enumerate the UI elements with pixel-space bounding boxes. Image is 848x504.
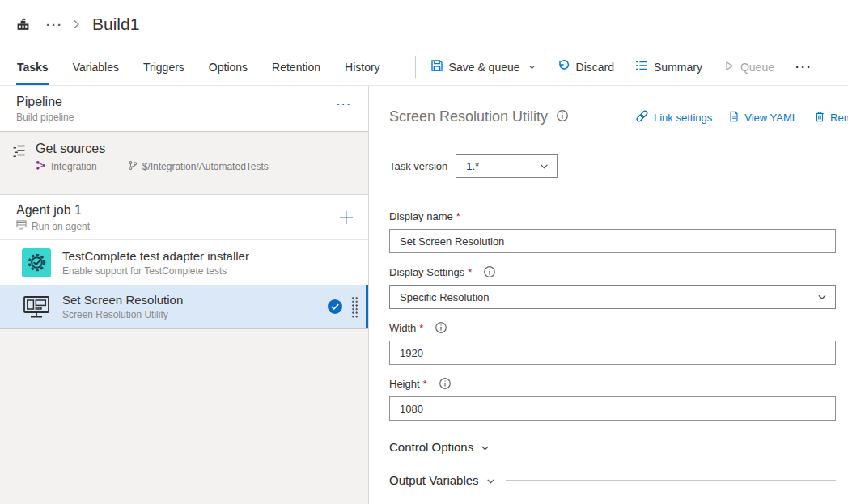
title-info-icon[interactable] xyxy=(556,109,569,125)
output-variables-label: Output Variables xyxy=(389,473,479,487)
required-marker: * xyxy=(456,210,460,222)
output-variables-section[interactable]: Output Variables xyxy=(389,473,836,487)
branch-icon xyxy=(128,160,138,173)
display-settings-info-icon[interactable] xyxy=(483,265,496,278)
task-title: TestComplete test adapter installer xyxy=(62,249,249,263)
monitor-icon xyxy=(22,292,51,321)
width-label: Width xyxy=(389,322,416,334)
repo-name: Integration xyxy=(51,161,97,172)
tab-history[interactable]: History xyxy=(344,49,381,85)
tab-options[interactable]: Options xyxy=(208,49,248,85)
agent-job-header[interactable]: Agent job 1 Run on agent xyxy=(0,195,368,240)
height-label: Height xyxy=(389,378,420,390)
task-version-value: 1.* xyxy=(466,160,479,172)
discard-label: Discard xyxy=(576,61,614,74)
breadcrumb-ellipsis-button[interactable]: ··· xyxy=(46,19,63,31)
queue-button[interactable]: Queue xyxy=(723,60,774,74)
display-settings-value: Specific Resolution xyxy=(400,291,490,303)
task-settings-panel: Screen Resolution Utility xyxy=(369,86,848,504)
save-dropdown-chevron-icon xyxy=(528,62,536,71)
play-icon xyxy=(723,60,735,74)
view-yaml-button[interactable]: View YAML xyxy=(728,109,798,125)
control-options-label: Control Options xyxy=(389,440,473,454)
testcomplete-gear-icon xyxy=(22,248,51,277)
width-input[interactable] xyxy=(389,341,836,365)
discard-button[interactable]: Discard xyxy=(558,59,614,74)
drag-handle-icon[interactable] xyxy=(351,296,358,318)
toolbar-divider xyxy=(415,56,416,78)
project-icon xyxy=(16,18,30,32)
task-subtitle: Screen Resolution Utility xyxy=(62,309,183,320)
pipeline-more-button[interactable]: ··· xyxy=(337,98,352,110)
height-field-group: Height * xyxy=(389,377,848,421)
agent-job-title: Agent job 1 xyxy=(16,203,90,218)
pipeline-subtitle: Build pipeline xyxy=(16,112,74,123)
task-row-testcomplete[interactable]: TestComplete test adapter installer Enab… xyxy=(0,240,368,285)
link-settings-button[interactable]: Link settings xyxy=(635,109,712,125)
trash-icon xyxy=(814,110,825,125)
toolbar-more-button[interactable]: ··· xyxy=(795,60,812,74)
tab-variables[interactable]: Variables xyxy=(72,49,120,85)
toolbar: Save & queue Discard xyxy=(430,49,812,85)
section-divider xyxy=(506,480,836,481)
task-title: Set Screen Resolution xyxy=(62,293,183,307)
required-marker: * xyxy=(423,378,427,390)
task-version-select[interactable]: 1.* xyxy=(456,154,558,178)
width-info-icon[interactable] xyxy=(435,321,447,334)
chevron-down-icon xyxy=(816,291,828,303)
tfvc-repo-icon xyxy=(36,160,46,173)
get-sources-title: Get sources xyxy=(36,142,269,156)
pipeline-title: Pipeline xyxy=(16,95,74,109)
link-settings-label: Link settings xyxy=(654,112,712,124)
save-icon xyxy=(430,59,443,74)
agent-job-card: Agent job 1 Run on agent xyxy=(0,194,368,329)
task-version-label: Task version xyxy=(389,160,447,172)
control-options-section[interactable]: Control Options xyxy=(389,440,836,454)
task-selected-check-icon xyxy=(328,299,342,314)
breadcrumb-chevron-icon xyxy=(71,19,81,30)
agent-job-subtitle: Run on agent xyxy=(32,221,90,232)
display-name-input[interactable] xyxy=(389,229,836,253)
task-settings-header: Screen Resolution Utility xyxy=(389,108,848,129)
task-row-set-screen-resolution[interactable]: Set Screen Resolution Screen Resolution … xyxy=(0,285,368,329)
task-settings-title: Screen Resolution Utility xyxy=(389,108,548,125)
required-marker: * xyxy=(468,266,472,278)
display-name-field-group: Display name * xyxy=(389,210,848,253)
display-name-label: Display name xyxy=(389,210,453,222)
display-settings-select[interactable]: Specific Resolution xyxy=(389,285,836,309)
tab-triggers[interactable]: Triggers xyxy=(142,49,185,85)
task-header-links: Link settings View YAML xyxy=(635,109,848,125)
summary-label: Summary xyxy=(654,61,702,74)
tab-tasks[interactable]: Tasks xyxy=(16,49,49,85)
source-path: $/Integration/AutomatedTests xyxy=(142,161,269,172)
get-sources-item[interactable]: Get sources Integration xyxy=(0,132,368,186)
main-area: Pipeline Build pipeline ··· Get sources xyxy=(0,86,848,504)
display-settings-label: Display Settings xyxy=(389,266,464,278)
remove-button[interactable]: Remove xyxy=(814,109,848,125)
get-sources-icon xyxy=(11,144,29,173)
pipeline-panel-header: Pipeline Build pipeline ··· xyxy=(0,86,368,132)
section-divider xyxy=(500,447,836,447)
chevron-down-icon xyxy=(480,443,490,453)
page-header: ··· Build1 xyxy=(0,0,848,49)
height-info-icon[interactable] xyxy=(439,377,452,390)
remove-label: Remove xyxy=(830,112,848,124)
save-and-queue-button[interactable]: Save & queue xyxy=(430,59,536,74)
height-input[interactable] xyxy=(389,396,836,421)
queue-label: Queue xyxy=(740,61,774,74)
display-settings-field-group: Display Settings * Specific Resolution xyxy=(389,265,848,309)
app-root: ··· Build1 Tasks Variables Triggers Opti… xyxy=(0,0,848,504)
task-version-row: Task version 1.* xyxy=(389,154,848,178)
pipeline-panel-body: Get sources Integration xyxy=(0,132,368,504)
document-icon xyxy=(728,110,740,125)
undo-icon xyxy=(558,59,570,74)
pipeline-tabs: Tasks Variables Triggers Options Retenti… xyxy=(16,49,404,85)
add-task-button[interactable] xyxy=(336,207,357,228)
summary-button[interactable]: Summary xyxy=(635,60,702,74)
chevron-down-icon xyxy=(485,476,496,486)
agent-icon xyxy=(16,220,27,232)
tab-retention[interactable]: Retention xyxy=(271,49,321,85)
task-form: Display name * Display Settings * xyxy=(389,210,848,421)
summary-list-icon xyxy=(635,60,648,74)
required-marker: * xyxy=(419,322,423,334)
